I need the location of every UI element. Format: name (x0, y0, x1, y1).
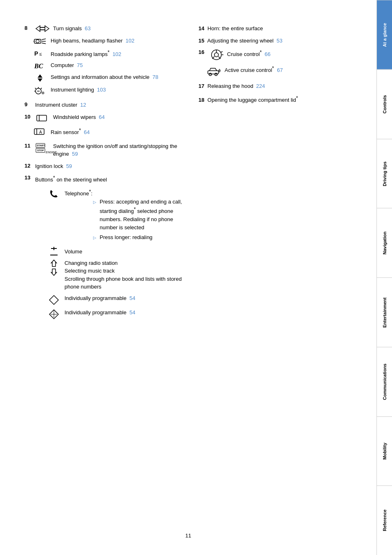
cruise-control-text: Cruise control* 66 (227, 49, 360, 58)
highbeam-text: High beams, headlamp flasher 102 (51, 37, 186, 45)
item-15: 15 Adjusting the steering wheel 53 (198, 37, 360, 45)
main-content: 8 Turn signals 63 (0, 0, 376, 555)
settings-link[interactable]: 78 (152, 74, 158, 80)
steering-wheel-link[interactable]: 53 (276, 38, 282, 44)
computer-link[interactable]: 75 (77, 62, 82, 68)
sidebar-tab-navigation[interactable]: Navigation (377, 208, 392, 278)
item-18: 18 Opening the luggage compartment lid* (198, 94, 360, 104)
phone-press-text: ▷ Press: accepting and ending a call, st… (93, 198, 186, 231)
start-stop-link[interactable]: 59 (72, 151, 78, 157)
sub-item-diamond-1: Individually programmable 54 (47, 294, 186, 305)
item-row-highbeam: High beams, headlamp flasher 102 (33, 37, 186, 45)
svg-marker-1 (40, 26, 49, 31)
svg-line-15 (41, 88, 42, 89)
highbeam-link[interactable]: 102 (126, 38, 135, 44)
sub-item-diamond-2: Individually programmable 54 (47, 309, 186, 320)
turn-signals-link[interactable]: 63 (85, 25, 91, 31)
wipers-link[interactable]: 64 (99, 114, 105, 120)
item-number-13: 13 (24, 175, 32, 181)
item-row-wipers: 10 Windshield wipers 64 (24, 113, 186, 123)
rain-sensor-link[interactable]: 64 (84, 129, 89, 135)
page-container: 8 Turn signals 63 (0, 0, 392, 555)
updown-text: Changing radio station Selecting music t… (65, 259, 186, 291)
sidebar-tab-entertainment[interactable]: Entertainment (377, 278, 392, 347)
item-row-turn-signals: 8 Turn signals 63 (24, 25, 186, 33)
sidebar-tab-driving-tips[interactable]: Driving tips (377, 139, 392, 208)
svg-point-3 (36, 40, 39, 43)
svg-point-45 (209, 73, 212, 76)
wipers-text: Windshield wipers 64 (53, 113, 186, 121)
diamond-icon (47, 295, 61, 305)
horn-text: Horn: the entire surface (207, 25, 263, 31)
highbeam-icon (33, 37, 47, 45)
item-number-16: 16 (198, 49, 206, 55)
sidebar-tab-communications[interactable]: Communications (377, 347, 392, 416)
wipers-icon (35, 114, 50, 123)
parking-link[interactable]: 102 (112, 51, 121, 57)
rain-sensor-icon: A (33, 127, 47, 136)
svg-marker-11 (38, 74, 42, 78)
steering-wheel-text: Adjusting the steering wheel (207, 38, 276, 44)
svg-text:BC: BC (34, 63, 43, 69)
instrument-light-text: Instrument lighting 103 (51, 86, 186, 94)
item-10-block: 10 Windshield wipers 64 (24, 113, 186, 137)
cruise-control-link[interactable]: 66 (265, 51, 270, 57)
turn-signals-icon (35, 25, 50, 32)
item-row-active-cruise: Active cruise control* 67 (207, 65, 360, 76)
hood-text: Releasing the hood (207, 83, 256, 89)
right-column: 14 Horn: the entire surface 15 Adjusting… (198, 25, 360, 325)
settings-arrows-icon (33, 74, 47, 83)
parking-icon: P ≤ (33, 49, 47, 57)
computer-bc-icon: BC (33, 62, 47, 70)
diamond-2-link[interactable]: 54 (129, 309, 135, 316)
sub-item-volume: Volume (47, 247, 186, 256)
sidebar-tab-controls[interactable]: Controls (377, 69, 392, 139)
item-row-rain-sensor: A Rain sensor* 64 (33, 127, 186, 137)
phone-press-detail: Press: accepting and ending a call, star… (100, 198, 186, 231)
svg-text:≤: ≤ (39, 51, 42, 56)
item-row-settings: Settings and information about the vehic… (33, 73, 186, 83)
volume-text: Volume (65, 248, 186, 256)
sidebar-tab-mobility[interactable]: Mobility (377, 416, 392, 486)
item-number-15: 15 (198, 38, 204, 44)
active-cruise-text: Active cruise control* 67 (225, 65, 360, 74)
svg-point-38 (214, 53, 218, 57)
active-cruise-link[interactable]: 67 (277, 67, 283, 73)
svg-point-46 (215, 73, 217, 76)
item-row-computer: BC Computer 75 (33, 61, 186, 70)
ignition-lock-link[interactable]: 59 (66, 163, 72, 169)
item-number-12: 12 (24, 163, 32, 169)
svg-marker-33 (49, 295, 58, 304)
item-row-11: 11 START STOP ENGINE Switching the ignit… (24, 142, 186, 158)
sub-item-telephone: Telephone*: ▷ Press: accepting and endin… (47, 188, 186, 244)
item-14: 14 Horn: the entire surface (198, 25, 360, 33)
hood-link[interactable]: 224 (256, 83, 265, 89)
svg-text:STOP: STOP (37, 149, 44, 152)
item-number-14: 14 (198, 25, 204, 31)
two-column-layout: 8 Turn signals 63 (24, 25, 360, 325)
item-number-8: 8 (24, 25, 32, 31)
diamond-1-link[interactable]: 54 (129, 295, 135, 301)
svg-line-16 (35, 88, 36, 89)
item-13-block: 13 Buttons* on the steering wheel (24, 174, 186, 319)
item-row-13: 13 Buttons* on the steering wheel (24, 174, 186, 184)
updown-icons (47, 259, 61, 276)
item-number-18: 18 (198, 97, 204, 103)
parking-text: Roadside parking lamps* 102 (51, 49, 186, 58)
instrument-cluster-link[interactable]: 12 (80, 102, 86, 108)
svg-rect-20 (37, 115, 47, 121)
page-number: 11 (185, 533, 191, 539)
instrument-light-link[interactable]: 103 (97, 87, 106, 93)
diamond-1-text: Individually programmable 54 (65, 294, 186, 302)
steering-wheel-buttons-text: Buttons* on the steering wheel (35, 174, 186, 184)
sidebar-tab-at-a-glance[interactable]: At a glance (377, 0, 392, 69)
computer-text: Computer 75 (51, 61, 186, 69)
bullet-2: ▷ (93, 235, 97, 241)
item-8-block: 8 Turn signals 63 (24, 25, 186, 95)
settings-text: Settings and information about the vehic… (51, 73, 186, 81)
svg-line-42 (221, 51, 223, 52)
rain-sensor-text: Rain sensor* 64 (51, 127, 186, 137)
sidebar-tab-reference[interactable]: Reference (377, 486, 392, 555)
volume-icons (47, 247, 61, 256)
left-column: 8 Turn signals 63 (24, 25, 186, 325)
